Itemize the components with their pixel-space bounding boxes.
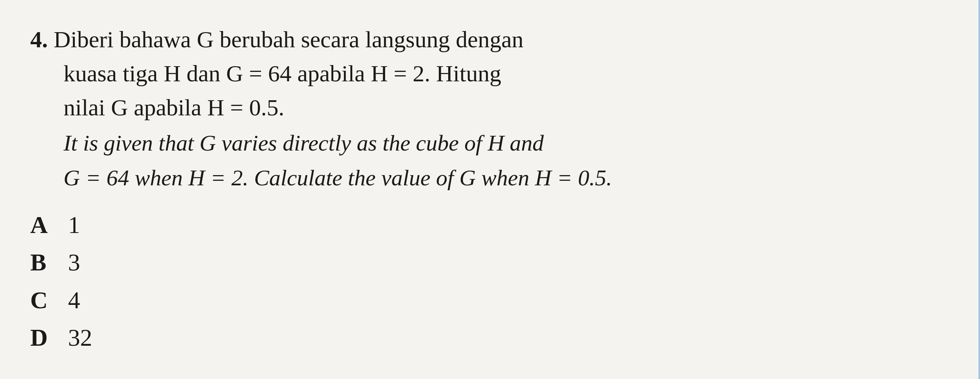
answer-value-c: 4: [68, 281, 80, 319]
answer-letter-d: D: [30, 319, 53, 356]
malay-line2: kuasa tiga H dan G = 64 apabila H = 2. H…: [30, 57, 937, 91]
answer-value-b: 3: [68, 244, 80, 281]
answer-row-d: D 32: [30, 319, 937, 356]
question-block: 4. Diberi bahawa G berubah secara langsu…: [30, 23, 937, 356]
malay-line1-text: Diberi bahawa G berubah secara langsung …: [54, 27, 523, 52]
answer-letter-c: C: [30, 281, 53, 319]
malay-line3: nilai G apabila H = 0.5.: [30, 91, 937, 125]
malay-line3-text: nilai G apabila H = 0.5.: [64, 94, 284, 120]
answer-letter-a: A: [30, 206, 53, 244]
answer-row-a: A 1: [30, 206, 937, 244]
malay-line1: 4. Diberi bahawa G berubah secara langsu…: [30, 23, 937, 57]
malay-line2-text: kuasa tiga H dan G = 64 apabila H = 2. H…: [64, 61, 501, 86]
answer-row-c: C 4: [30, 281, 937, 319]
english-text-block: It is given that G varies directly as th…: [30, 126, 937, 195]
answers-block: A 1 B 3 C 4 D 32: [30, 206, 937, 356]
answer-letter-b: B: [30, 244, 53, 281]
answer-row-b: B 3: [30, 244, 937, 281]
question-number: 4.: [30, 27, 48, 52]
english-line2-text: G = 64 when H = 2. Calculate the value o…: [64, 165, 612, 190]
english-line2: G = 64 when H = 2. Calculate the value o…: [30, 161, 937, 195]
malay-text-block: 4. Diberi bahawa G berubah secara langsu…: [30, 23, 937, 125]
answer-value-a: 1: [68, 206, 80, 244]
page: 4. Diberi bahawa G berubah secara langsu…: [0, 0, 980, 379]
english-line1: It is given that G varies directly as th…: [30, 126, 937, 160]
english-line1-text: It is given that G varies directly as th…: [64, 131, 544, 155]
answer-value-d: 32: [68, 319, 92, 356]
